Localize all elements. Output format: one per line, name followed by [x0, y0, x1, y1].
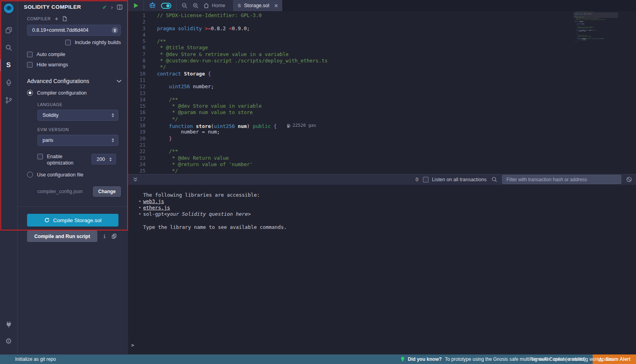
code-line[interactable]: /**: [157, 148, 636, 155]
sidebar-item-settings[interactable]: ⚙: [0, 333, 17, 349]
home-button[interactable]: Home: [204, 3, 229, 8]
change-config-button[interactable]: Change: [93, 186, 121, 197]
line-number[interactable]: 18: [128, 122, 152, 129]
compiler-configuration-radio[interactable]: Compiler configuration: [27, 90, 128, 96]
line-number[interactable]: 25: [128, 168, 152, 174]
copilot-toggle[interactable]: [161, 3, 171, 9]
code-line[interactable]: contract Storage {: [157, 71, 636, 77]
git-init-status[interactable]: Initialize as git repo: [0, 356, 56, 362]
code-line[interactable]: /**: [157, 97, 636, 103]
code-line[interactable]: * @dev Store & retrieve value in a varia…: [157, 51, 636, 58]
editor-minimap[interactable]: // SPDX-License-Identifier: GPL-3.0pragm…: [574, 12, 618, 43]
split-view-icon[interactable]: [117, 4, 122, 10]
chevron-down-icon[interactable]: [116, 79, 122, 83]
line-number[interactable]: 17: [128, 116, 152, 122]
zoom-out-icon[interactable]: [181, 2, 188, 9]
sidebar-item-solidity-compiler[interactable]: S: [0, 57, 17, 73]
code-line[interactable]: */: [157, 168, 636, 174]
line-number[interactable]: 5: [128, 38, 152, 45]
code-line[interactable]: */: [157, 116, 636, 122]
line-number[interactable]: 13: [128, 90, 152, 97]
terminal[interactable]: The following libraries are accessible: …: [128, 185, 636, 355]
ai-copilot-robot-icon[interactable]: [149, 2, 156, 9]
chevron-right-icon[interactable]: ›: [111, 4, 113, 10]
number-spinner-icon[interactable]: [109, 157, 112, 161]
line-number[interactable]: 6: [128, 45, 152, 51]
run-script-button[interactable]: [134, 3, 139, 8]
code-line[interactable]: number = num;: [157, 129, 636, 135]
line-number[interactable]: 1: [128, 12, 152, 19]
code-line[interactable]: }: [574, 42, 618, 43]
code-line[interactable]: * @return value of 'number': [157, 161, 636, 168]
transaction-filter-input[interactable]: [502, 175, 621, 184]
line-number[interactable]: 7: [128, 51, 152, 58]
remix-logo[interactable]: [2, 2, 15, 15]
code-line[interactable]: */: [157, 64, 636, 70]
code-line[interactable]: [157, 142, 636, 148]
line-number[interactable]: 4: [128, 32, 152, 38]
evm-version-select[interactable]: paris: [37, 135, 118, 146]
line-number[interactable]: 12: [128, 83, 152, 90]
line-number[interactable]: 2: [128, 19, 152, 25]
code-line[interactable]: /**: [157, 38, 636, 45]
close-icon[interactable]: ✕: [274, 3, 278, 9]
code-line[interactable]: * @title Storage: [157, 45, 636, 51]
code-line[interactable]: * @dev Return value: [157, 155, 636, 161]
terminal-search-icon[interactable]: [491, 176, 497, 182]
library-link[interactable]: ethers.js: [143, 205, 170, 211]
listen-all-transactions-checkbox[interactable]: Listen on all transactions: [423, 177, 487, 182]
code-line[interactable]: pragma solidity >=0.8.2 <0.9.0;: [157, 25, 636, 32]
line-number[interactable]: 3: [128, 25, 152, 32]
minimap-viewport[interactable]: [574, 12, 618, 18]
language-select[interactable]: Solidity: [37, 110, 118, 121]
sidebar-item-deploy-run[interactable]: [0, 75, 17, 91]
include-nightly-checkbox[interactable]: Include nightly builds: [17, 40, 121, 45]
code-line[interactable]: function store(uint256 num) public {2252…: [157, 122, 636, 129]
code-line[interactable]: * @dev Store value in variable: [157, 103, 636, 109]
copy-icon[interactable]: [112, 234, 116, 239]
add-compiler-icon[interactable]: +: [55, 15, 58, 22]
library-link[interactable]: web3.js: [143, 198, 164, 205]
enable-optimization-checkbox[interactable]: Enable optimization: [37, 154, 79, 166]
sidebar-item-git[interactable]: [0, 92, 17, 108]
code-line[interactable]: * @param num value to store: [157, 109, 636, 116]
code-line[interactable]: [157, 32, 636, 38]
code-line[interactable]: }: [157, 136, 636, 142]
auto-compile-checkbox[interactable]: Auto compile: [27, 52, 128, 57]
line-number[interactable]: 9: [128, 64, 152, 70]
tab-storage-sol[interactable]: S Storage.sol ✕: [233, 0, 282, 11]
terminal-prompt[interactable]: >: [131, 342, 134, 348]
use-configuration-file-radio[interactable]: Use configuration file: [27, 172, 128, 178]
sidebar-item-file-explorer[interactable]: [0, 22, 17, 38]
code-line[interactable]: [157, 19, 636, 25]
advanced-configurations-title[interactable]: Advanced Configurations: [27, 78, 116, 84]
compiler-version-select[interactable]: 0.8.19+commit.7dd6d404: [27, 25, 121, 36]
version-spinner-icon[interactable]: [112, 27, 118, 33]
info-icon[interactable]: i: [103, 233, 106, 239]
optimization-runs-input[interactable]: 200: [91, 154, 116, 165]
terminal-collapse-icon[interactable]: [133, 177, 138, 182]
line-number[interactable]: 10: [128, 71, 152, 77]
checkbox-box[interactable]: [27, 62, 33, 68]
line-number[interactable]: 11: [128, 77, 152, 83]
hide-warnings-checkbox[interactable]: Hide warnings: [27, 62, 128, 68]
zoom-in-icon[interactable]: [192, 2, 199, 9]
line-number[interactable]: 15: [128, 103, 152, 109]
line-number[interactable]: 16: [128, 109, 152, 116]
code-line[interactable]: * @custom:dev-run-script ./scripts/deplo…: [157, 58, 636, 64]
line-number[interactable]: 24: [128, 161, 152, 168]
import-compiler-icon[interactable]: [62, 16, 67, 21]
code-line[interactable]: [157, 77, 636, 83]
clear-terminal-icon[interactable]: [626, 176, 632, 182]
code-editor[interactable]: 1234567891011121314151617181920212223242…: [128, 11, 636, 174]
checkbox-box[interactable]: [65, 40, 71, 45]
checkbox-box[interactable]: [423, 177, 429, 182]
line-number[interactable]: 21: [128, 142, 152, 148]
line-number[interactable]: 8: [128, 58, 152, 64]
checkbox-box[interactable]: [37, 154, 43, 159]
sidebar-item-search[interactable]: [0, 40, 17, 56]
compile-and-run-button[interactable]: Compile and Run script: [27, 230, 97, 242]
radio-button[interactable]: [27, 172, 33, 178]
code-line[interactable]: [157, 90, 636, 97]
line-number[interactable]: 22: [128, 148, 152, 155]
